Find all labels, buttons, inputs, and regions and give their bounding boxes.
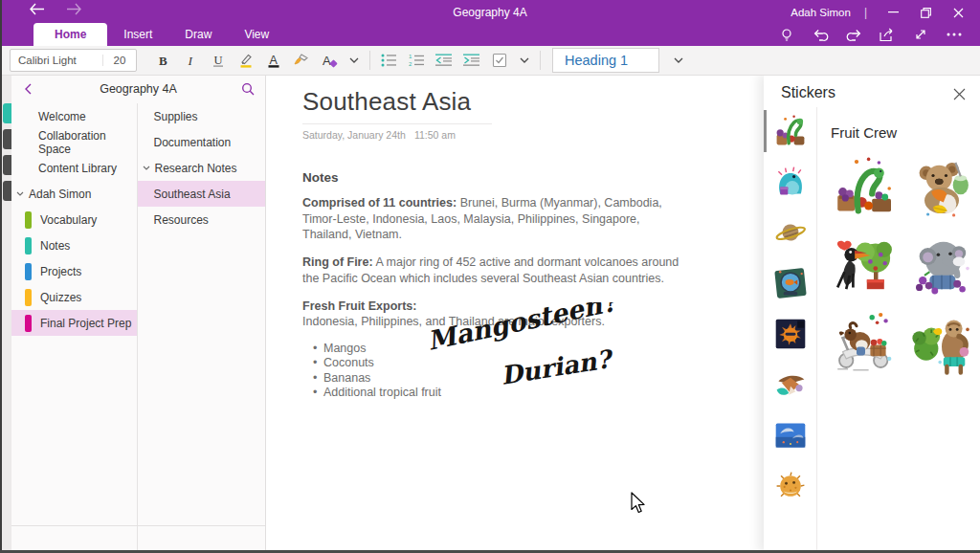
tab-home[interactable]: Home xyxy=(33,23,107,46)
category-fish-bowl[interactable] xyxy=(772,264,809,302)
window-left-border xyxy=(0,0,2,553)
highlighter-button[interactable] xyxy=(232,48,259,73)
edge-tab-collaboration-space[interactable] xyxy=(3,129,11,149)
sections-list: Welcome Collaboration Space Content Libr… xyxy=(11,103,137,526)
category-blue-monster[interactable] xyxy=(772,163,809,201)
notebook-title[interactable]: Geography 4A xyxy=(11,82,265,96)
italic-button[interactable]: I xyxy=(176,48,204,73)
sticker-snake-with-fruit-baskets[interactable] xyxy=(829,152,902,225)
paragraph-countries[interactable]: Comprised of 11 countries: Brunei, Burma… xyxy=(302,195,689,243)
bold-button[interactable]: B xyxy=(148,48,176,73)
edge-tab-adah-simon[interactable] xyxy=(3,181,11,201)
pages-list: Supplies Documentation Research Notes So… xyxy=(137,103,266,526)
sticker-hornbill-and-fruit-tree[interactable] xyxy=(829,229,902,301)
search-icon[interactable] xyxy=(238,79,257,99)
sticker-koala-with-coconut-drink[interactable] xyxy=(905,152,978,225)
tab-draw[interactable]: Draw xyxy=(168,24,228,46)
close-button[interactable] xyxy=(942,0,974,25)
section-group-adah-simon[interactable]: Adah Simon xyxy=(11,181,137,207)
undo-icon[interactable] xyxy=(808,26,833,43)
page-item-documentation[interactable]: Documentation xyxy=(138,129,266,155)
section-item-projects[interactable]: Projects xyxy=(11,258,137,284)
page-meta: Saturday, January 24th 11:50 am xyxy=(302,129,688,141)
svg-text:B: B xyxy=(159,54,167,68)
page-title[interactable]: Southeast Asia xyxy=(302,87,492,124)
clear-formatting-button[interactable]: A xyxy=(315,48,343,73)
minimize-button[interactable] xyxy=(877,0,909,25)
notes-heading[interactable]: Notes xyxy=(302,170,688,185)
stickers-panel-title: Stickers xyxy=(781,84,835,101)
redo-icon[interactable] xyxy=(841,26,866,43)
format-painter-button[interactable] xyxy=(287,48,315,73)
full-screen-icon[interactable] xyxy=(908,26,933,43)
bulleted-list-button[interactable] xyxy=(374,48,402,73)
section-color-tab xyxy=(25,237,32,254)
tell-me-lightbulb-icon[interactable] xyxy=(774,26,799,43)
section-color-tab xyxy=(25,211,32,229)
page-item-resources[interactable]: Resources xyxy=(138,207,266,232)
more-font-options-chevron-icon[interactable] xyxy=(343,48,366,73)
category-fruit-crew[interactable] xyxy=(772,112,809,150)
more-tags-chevron-icon[interactable] xyxy=(513,48,536,73)
user-name[interactable]: Adah Simon xyxy=(791,7,851,18)
page-item-supplies[interactable]: Supplies xyxy=(138,103,266,129)
close-stickers-icon[interactable] xyxy=(947,82,970,105)
category-saturn-planet[interactable] xyxy=(772,213,809,252)
tab-view[interactable]: View xyxy=(228,24,285,46)
svg-text:A: A xyxy=(269,54,278,67)
section-color-tab xyxy=(25,263,32,280)
mouse-cursor xyxy=(631,492,645,514)
nav-footer xyxy=(11,525,265,553)
font-color-button[interactable]: A xyxy=(259,48,287,73)
svg-text:U: U xyxy=(213,54,222,67)
edge-tab-content-library[interactable] xyxy=(3,155,11,175)
window-edge-section-tabs xyxy=(2,75,11,553)
tab-insert[interactable]: Insert xyxy=(107,24,168,46)
underline-button[interactable]: U xyxy=(204,48,232,73)
todo-tag-checkbox-button[interactable] xyxy=(485,48,513,73)
category-sun-with-shades[interactable] xyxy=(772,315,809,353)
font-size-input[interactable]: 20 xyxy=(102,55,136,66)
section-item-vocabulary[interactable]: Vocabulary xyxy=(11,207,137,232)
expand-chevron-icon[interactable] xyxy=(143,166,150,170)
svg-text:1: 1 xyxy=(409,54,412,59)
title-bar: Geography 4A Adah Simon | Home Insert Dr… xyxy=(0,0,980,46)
numbered-list-button[interactable]: 12 xyxy=(402,48,430,73)
more-options-icon[interactable] xyxy=(942,26,967,43)
sticker-pack-area: Fruit Crew xyxy=(817,107,980,553)
page-item-southeast-asia[interactable]: Southeast Asia xyxy=(138,181,266,207)
section-item-quizzes[interactable]: Quizzes xyxy=(11,284,137,310)
style-dropdown[interactable]: Heading 1 xyxy=(552,48,659,73)
section-item-content-library[interactable]: Content Library xyxy=(11,155,137,181)
svg-text:A: A xyxy=(323,54,331,68)
sticker-elephant-eating-grapes[interactable] xyxy=(905,229,978,301)
page-date: Saturday, January 24th xyxy=(302,129,412,141)
paragraph-ring-of-fire[interactable]: Ring of Fire: A major ring of 452 active… xyxy=(302,254,689,286)
share-icon[interactable] xyxy=(875,26,900,43)
increase-indent-button[interactable] xyxy=(457,48,485,73)
section-item-welcome[interactable]: Welcome xyxy=(11,103,137,129)
decrease-indent-button[interactable] xyxy=(430,48,457,73)
sticker-sloth-with-durian-bush[interactable] xyxy=(905,305,978,378)
page-canvas[interactable]: Southeast Asia Saturday, January 24th 11… xyxy=(265,75,765,553)
font-name-input[interactable]: Calibri Light xyxy=(11,55,102,66)
svg-text:I: I xyxy=(187,54,193,68)
notebook-navigation-pane: Geography 4A Welcome Collaboration Space… xyxy=(11,75,266,553)
section-item-notes[interactable]: Notes xyxy=(11,232,137,258)
section-item-collaboration-space[interactable]: Collaboration Space xyxy=(11,129,137,155)
section-color-tab xyxy=(25,289,32,306)
section-item-final-project-prep[interactable]: Final Project Prep xyxy=(11,310,137,336)
category-fox[interactable] xyxy=(772,365,809,404)
style-dropdown-chevron-icon[interactable] xyxy=(667,48,690,73)
page-time: 11:50 am xyxy=(414,129,456,141)
maximize-button[interactable] xyxy=(909,0,942,25)
ribbon-tabs: Home Insert Draw View xyxy=(33,23,285,46)
edge-tab-welcome[interactable] xyxy=(3,103,11,123)
sticker-category-rail xyxy=(764,107,817,553)
page-item-research-notes[interactable]: Research Notes xyxy=(138,155,266,181)
expand-chevron-icon[interactable] xyxy=(16,191,24,196)
category-pufferfish[interactable] xyxy=(772,467,809,505)
sticker-tapir-on-fruit-scooter[interactable] xyxy=(829,305,902,378)
category-dolphins[interactable] xyxy=(772,416,809,454)
stickers-panel: Stickers xyxy=(764,75,980,553)
